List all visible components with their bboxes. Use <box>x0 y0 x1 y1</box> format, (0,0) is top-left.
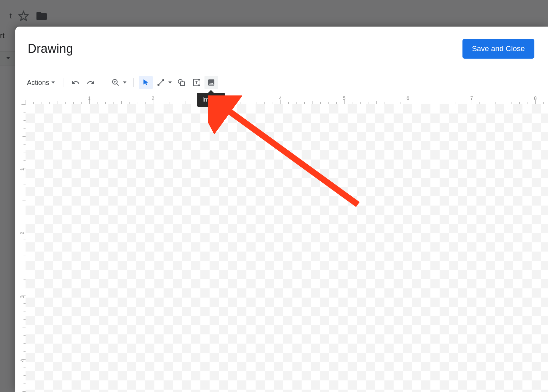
svg-point-5 <box>158 84 159 86</box>
vertical-ruler[interactable]: 1234 <box>15 104 26 392</box>
drawing-toolbar: Actions <box>15 71 548 94</box>
ruler-corner <box>15 94 26 105</box>
menu-fragment: rt <box>0 31 4 41</box>
cursor-icon <box>142 78 150 87</box>
textbox-tool-button[interactable] <box>189 76 203 89</box>
line-icon <box>157 78 165 87</box>
toolbar-separator <box>133 78 134 87</box>
dialog-header: Drawing Save and Close <box>15 27 548 71</box>
horizontal-ruler[interactable]: 12345678 <box>26 94 548 105</box>
shape-tool-button[interactable] <box>174 76 188 89</box>
svg-rect-13 <box>198 85 200 86</box>
actions-menu-button[interactable]: Actions <box>24 77 58 89</box>
actions-label: Actions <box>27 79 49 87</box>
image-icon <box>207 78 215 87</box>
star-icon <box>18 10 29 22</box>
toolbar-separator <box>103 78 103 87</box>
chevron-down-icon <box>123 81 126 84</box>
svg-rect-11 <box>198 79 200 80</box>
redo-button[interactable] <box>84 76 97 89</box>
toolbar-separator <box>63 78 63 87</box>
undo-button[interactable] <box>69 76 82 89</box>
chevron-down-icon <box>168 81 172 84</box>
background-dropdown-sliver <box>0 51 16 65</box>
chevron-down-icon <box>51 81 55 84</box>
line-tool-dropdown[interactable] <box>154 76 173 89</box>
dialog-title: Drawing <box>28 42 73 56</box>
svg-point-6 <box>163 79 164 81</box>
folder-icon <box>35 10 48 22</box>
svg-line-1 <box>117 84 119 86</box>
zoom-icon <box>111 78 120 87</box>
redo-icon <box>87 78 95 87</box>
textbox-icon <box>192 78 200 87</box>
undo-icon <box>72 78 80 87</box>
canvas-area: 12345678 1234 <box>15 94 548 392</box>
select-tool-button[interactable] <box>139 76 153 89</box>
doc-title-fragment: t <box>10 12 12 20</box>
svg-rect-10 <box>193 79 194 80</box>
tooltip-text: Image <box>202 96 219 103</box>
save-and-close-button[interactable]: Save and Close <box>462 39 534 59</box>
drawing-canvas[interactable] <box>26 104 548 392</box>
shape-icon <box>177 78 185 87</box>
svg-rect-12 <box>193 85 194 86</box>
zoom-dropdown[interactable] <box>109 76 128 89</box>
image-tool-button[interactable] <box>204 76 218 89</box>
svg-rect-8 <box>181 82 184 86</box>
drawing-dialog: Drawing Save and Close Actions <box>15 27 548 392</box>
image-tooltip: Image <box>197 93 225 107</box>
